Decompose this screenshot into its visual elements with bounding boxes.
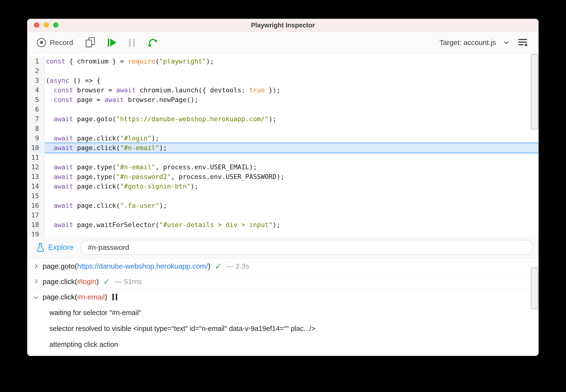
target-select[interactable]: Target: account.js (439, 39, 507, 47)
log-timing: — 2.3s (226, 262, 249, 270)
code-text (45, 230, 538, 236)
code-text: await page.type("#n-password2", process.… (45, 172, 538, 182)
code-line[interactable]: 2 (27, 66, 538, 76)
selector-input[interactable] (80, 240, 533, 255)
code-text (45, 105, 538, 114)
log-call-text: ) (208, 262, 210, 270)
line-number: 8 (27, 124, 45, 133)
copy-script-button[interactable] (86, 37, 95, 48)
log-row[interactable]: page.click(#n-email) (27, 289, 538, 305)
clear-log-button[interactable] (517, 38, 528, 47)
playwright-inspector-window: Playwright Inspector Record (27, 19, 538, 356)
line-number: 14 (27, 182, 45, 191)
code-text: await page.click("#login"); (45, 133, 538, 143)
pause-icon (129, 39, 131, 47)
pause-button[interactable] (129, 39, 135, 47)
code-line[interactable]: 15 (27, 191, 538, 201)
code-text (45, 153, 538, 162)
code-line[interactable]: 12 await page.type("#n-email", process.e… (27, 162, 538, 172)
paused-icon (112, 294, 117, 300)
explore-label: Explore (48, 243, 73, 252)
log-detail-line: attempting click action (27, 336, 538, 352)
step-over-icon (147, 37, 158, 48)
code-line[interactable]: 14 await page.click("#goto-signin-btn"); (27, 182, 538, 191)
log-rows: page.goto(https://danube-webshop.herokua… (27, 259, 538, 352)
flask-icon (36, 243, 45, 252)
success-check-icon: ✓ (103, 277, 110, 286)
record-button[interactable]: Record (37, 38, 73, 47)
toolbar: Record (27, 32, 538, 53)
line-number: 1 (27, 56, 45, 66)
resume-icon (108, 39, 109, 47)
clear-log-icon (517, 38, 528, 47)
chevron-right-icon (33, 279, 37, 283)
code-text: await page.click("#n-email"); (45, 143, 538, 153)
chevron-right-icon (33, 264, 37, 268)
code-text: const { chromium } = require("playwright… (45, 56, 538, 66)
code-line[interactable]: 18 await page.waitForSelector("#user-det… (27, 220, 538, 230)
line-number: 9 (27, 133, 45, 143)
code-line[interactable]: 4 const browser = await chromium.launch(… (27, 85, 538, 95)
line-number: 6 (27, 105, 45, 114)
code-text: await page.goto("https://danube-webshop.… (45, 114, 538, 124)
record-icon (37, 38, 46, 47)
log-detail-line: waiting for selector "#n-email" (27, 305, 538, 321)
code-line[interactable]: 11 (27, 153, 538, 162)
code-line[interactable]: 3(async () => { (27, 76, 538, 85)
log-selector: #n-email (77, 293, 105, 301)
code-text: const browser = await chromium.launch({ … (45, 85, 538, 95)
success-check-icon: ✓ (215, 261, 222, 271)
code-line[interactable]: 19 (27, 230, 538, 236)
resume-button[interactable] (108, 39, 116, 47)
log-url-link[interactable]: https://danube-webshop.herokuapp.com/ (77, 262, 208, 270)
code-text: (async () => { (45, 76, 538, 85)
step-over-button[interactable] (147, 37, 158, 48)
code-line[interactable]: 7 await page.goto("https://danube-websho… (27, 114, 538, 124)
log-call-text: page.click( (43, 278, 77, 286)
explore-button[interactable]: Explore (36, 243, 73, 252)
code-text: await page.click(".fa-user"); (45, 201, 538, 210)
titlebar: Playwright Inspector (27, 19, 538, 32)
code-lines: 1const { chromium } = require("playwrigh… (27, 56, 538, 236)
line-number: 10 (27, 143, 45, 153)
code-line[interactable]: 6 (27, 105, 538, 114)
line-number: 19 (27, 230, 45, 236)
log-call-text: ) (105, 293, 107, 301)
log-scrollbar-thumb[interactable] (531, 267, 538, 309)
line-number: 3 (27, 76, 45, 85)
line-number: 5 (27, 95, 45, 105)
explore-row: Explore (27, 236, 538, 259)
code-line[interactable]: 13 await page.type("#n-password2", proce… (27, 172, 538, 182)
action-log: page.goto(https://danube-webshop.herokua… (27, 259, 538, 356)
code-line[interactable]: 5 const page = await browser.newPage(); (27, 95, 538, 105)
log-call-text: ) (96, 278, 99, 286)
code-text (45, 191, 538, 201)
target-label: Target: account.js (439, 39, 496, 47)
code-line[interactable]: 16 await page.click(".fa-user"); (27, 201, 538, 210)
code-line-highlighted[interactable]: 10 await page.click("#n-email"); (27, 143, 538, 153)
code-text (45, 124, 538, 133)
log-call-text: page.goto( (43, 262, 77, 270)
code-text: await page.type("#n-email", process.env.… (45, 162, 538, 172)
log-row[interactable]: page.goto(https://danube-webshop.herokua… (27, 259, 538, 274)
editor-scrollbar-thumb[interactable] (531, 54, 538, 129)
line-number: 11 (27, 153, 45, 162)
code-line[interactable]: 1const { chromium } = require("playwrigh… (27, 56, 538, 66)
line-number: 4 (27, 85, 45, 95)
code-editor[interactable]: 1const { chromium } = require("playwrigh… (27, 53, 538, 236)
code-line[interactable]: 9 await page.click("#login"); (27, 133, 538, 143)
line-number: 15 (27, 191, 45, 201)
code-line[interactable]: 8 (27, 124, 538, 133)
line-number: 18 (27, 220, 45, 230)
line-number: 17 (27, 210, 45, 220)
code-text (45, 66, 538, 76)
line-number: 7 (27, 114, 45, 124)
line-number: 16 (27, 201, 45, 210)
line-number: 13 (27, 172, 45, 182)
record-label: Record (50, 39, 73, 47)
log-row[interactable]: page.click(#login)✓— 51ms (27, 274, 538, 289)
code-text: await page.waitForSelector("#user-detail… (45, 220, 538, 230)
code-text (45, 210, 538, 220)
log-call-text: page.click( (43, 293, 77, 301)
code-line[interactable]: 17 (27, 210, 538, 220)
